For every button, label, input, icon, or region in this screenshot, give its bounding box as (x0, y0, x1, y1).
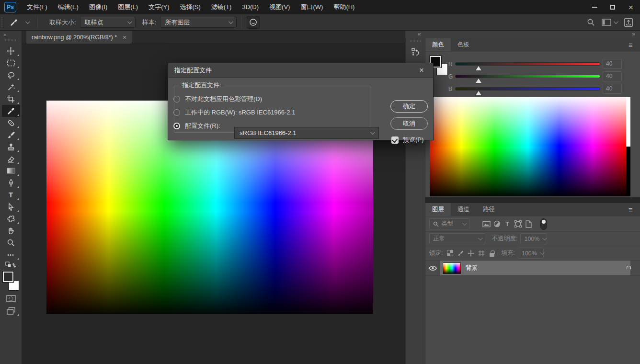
tool-edit-toolbar[interactable]: ••• (2, 249, 20, 261)
menu-view[interactable]: 视图(V) (264, 0, 295, 14)
menu-3d[interactable]: 3D(D) (237, 0, 264, 14)
menu-layer[interactable]: 图层(L) (113, 0, 143, 14)
collapse-panels-icon[interactable]: « (418, 31, 421, 37)
tool-clone-stamp[interactable] (2, 141, 20, 153)
lock-all-button[interactable] (487, 248, 497, 259)
layer-row-background[interactable]: 背景 (425, 261, 640, 276)
tool-rectangular-marquee[interactable] (2, 57, 20, 69)
show-sampling-ring-toggle[interactable] (247, 16, 260, 29)
dialog-titlebar[interactable]: 指定配置文件 × (168, 63, 433, 78)
tab-close-icon[interactable]: × (123, 34, 126, 41)
color-spectrum[interactable] (430, 97, 630, 196)
filter-pixel-layers-button[interactable] (481, 218, 491, 230)
tool-quick-mask[interactable] (2, 293, 20, 305)
green-slider-thumb[interactable] (476, 79, 481, 83)
radio-row-no-color-management[interactable]: 不对此文档应用色彩管理(D) (173, 95, 262, 103)
menu-edit[interactable]: 编辑(E) (53, 0, 84, 14)
preview-checkbox-row[interactable]: 预览(P) (391, 136, 423, 144)
radio-icon[interactable] (173, 109, 180, 116)
white-black-ramp[interactable] (626, 97, 630, 196)
foreground-color-swatch[interactable] (3, 272, 13, 282)
red-slider-thumb[interactable] (476, 66, 481, 70)
search-icon[interactable] (587, 18, 595, 26)
tool-hand[interactable] (2, 225, 20, 237)
menu-window[interactable]: 窗口(W) (295, 0, 328, 14)
swap-colors-control[interactable] (5, 262, 17, 269)
radio-icon[interactable] (173, 96, 180, 102)
maximize-button[interactable] (604, 0, 622, 14)
filter-smart-object-button[interactable] (523, 218, 534, 230)
menu-filter[interactable]: 滤镜(T) (206, 0, 237, 14)
menu-image[interactable]: 图像(I) (84, 0, 113, 14)
workspace-switcher[interactable] (602, 19, 617, 26)
blue-slider-track[interactable] (455, 87, 600, 91)
collapse-panels-right-icon[interactable]: » (632, 31, 635, 37)
layer-selected-area[interactable]: 背景 (440, 261, 630, 275)
red-slider-track[interactable] (455, 62, 600, 66)
panel-menu-icon[interactable]: ≡ (629, 42, 636, 48)
blend-mode-dropdown[interactable]: 正常 (429, 233, 485, 244)
tool-zoom[interactable] (2, 237, 20, 249)
sample-size-dropdown[interactable]: 取样点 (80, 17, 136, 28)
checkbox-checked-icon[interactable] (391, 136, 399, 144)
tool-spot-healing-brush[interactable] (2, 117, 20, 129)
tab-channels[interactable]: 通道 (451, 203, 476, 216)
blue-value-field[interactable]: 40 (603, 84, 622, 94)
filter-toggle[interactable] (540, 218, 547, 230)
blue-slider-thumb[interactable] (476, 91, 481, 95)
tab-paths[interactable]: 路径 (476, 203, 502, 216)
lock-artboard-button[interactable] (476, 248, 487, 259)
filter-type-layers-button[interactable]: T (502, 218, 513, 230)
layer-thumbnail[interactable] (443, 262, 461, 274)
lock-transparent-pixels-button[interactable] (445, 248, 455, 259)
sample-dropdown[interactable]: 所有图层 (160, 17, 237, 28)
fill-field[interactable]: 100% (518, 248, 544, 259)
document-tab[interactable]: rainbow.png @ 200%(RGB/8*) * × (26, 31, 132, 44)
tool-pen[interactable] (2, 177, 20, 189)
tab-swatches[interactable]: 色板 (451, 38, 476, 51)
tool-move[interactable] (2, 45, 20, 57)
red-value-field[interactable]: 40 (603, 59, 622, 69)
tool-lasso[interactable] (2, 69, 20, 81)
menu-type[interactable]: 文字(Y) (143, 0, 174, 14)
tool-screen-mode[interactable] (2, 305, 20, 317)
layer-filter-dropdown[interactable]: 类型 (429, 218, 469, 229)
menu-help[interactable]: 帮助(H) (328, 0, 360, 14)
close-button[interactable]: × (622, 0, 640, 14)
tool-quick-selection[interactable] (2, 81, 20, 93)
tab-layers[interactable]: 图层 (425, 203, 451, 216)
options-bar-grip[interactable] (1, 17, 4, 28)
panel-menu-icon[interactable]: ≡ (629, 206, 636, 213)
history-panel-button[interactable] (408, 45, 423, 58)
tool-crop[interactable] (2, 93, 20, 105)
ok-button[interactable]: 确定 (390, 100, 428, 113)
opacity-field[interactable]: 100% (520, 233, 547, 244)
radio-selected-icon[interactable] (173, 123, 180, 129)
foreground-background-swatches[interactable] (3, 272, 19, 291)
spectrum-ramp[interactable] (430, 97, 626, 196)
menu-file[interactable]: 文件(F) (22, 0, 53, 14)
tool-custom-shape[interactable] (2, 213, 20, 225)
profile-dropdown[interactable]: sRGB IEC61966-2.1 (234, 127, 379, 139)
menu-select[interactable]: 选择(S) (174, 0, 206, 14)
tool-brush[interactable] (2, 129, 20, 141)
cancel-button[interactable]: 取消 (390, 117, 428, 130)
current-tool-button[interactable] (7, 18, 33, 27)
filter-adjustment-layers-button[interactable] (491, 218, 502, 230)
green-value-field[interactable]: 40 (603, 71, 622, 81)
tools-panel-header[interactable]: » (0, 31, 22, 45)
filter-shape-layers-button[interactable] (513, 218, 523, 230)
lock-position-button[interactable] (466, 248, 476, 259)
tool-type[interactable]: T (2, 189, 20, 201)
radio-row-working-rgb[interactable]: 工作中的 RGB(W): sRGB IEC61966-2.1 (173, 108, 295, 117)
green-slider-track[interactable] (455, 75, 600, 78)
minimize-button[interactable] (585, 0, 604, 14)
tool-path-selection[interactable] (2, 201, 20, 213)
lock-image-pixels-button[interactable] (455, 248, 466, 259)
tool-eraser[interactable] (2, 153, 20, 165)
tool-eyedropper[interactable] (2, 105, 20, 117)
radio-row-profile[interactable]: 配置文件(R): (173, 122, 220, 130)
dialog-close-icon[interactable]: × (416, 66, 427, 75)
tool-gradient[interactable] (2, 165, 20, 177)
tab-color[interactable]: 颜色 (425, 38, 451, 51)
